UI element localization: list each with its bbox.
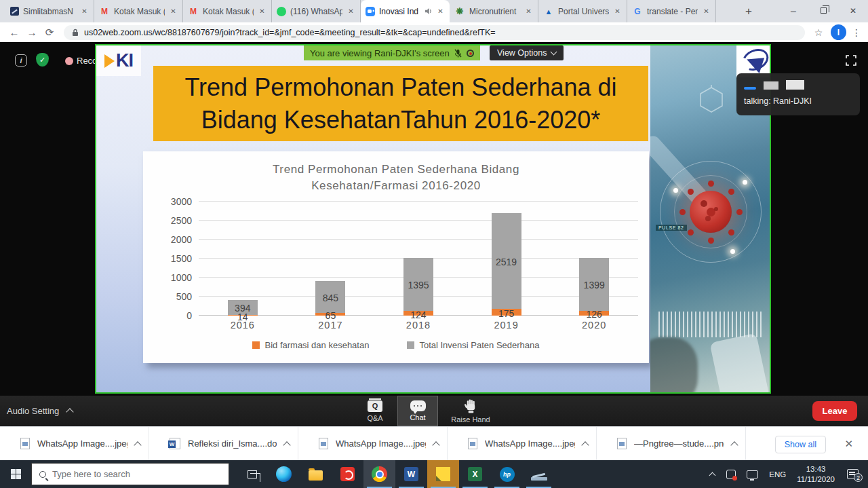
- download-menu-chevron-icon[interactable]: [730, 441, 738, 449]
- sticky-notes-icon: [436, 467, 450, 481]
- download-item[interactable]: WhatsApp Image....jpeg: [0, 427, 149, 460]
- back-icon[interactable]: ←: [5, 26, 23, 38]
- image-file-icon: [319, 438, 328, 449]
- x-axis-label: 2017: [287, 320, 375, 331]
- tab-close-icon[interactable]: ✕: [80, 7, 89, 16]
- browser-tab[interactable]: Inovasi Ind✕: [361, 0, 450, 22]
- language-indicator[interactable]: ENG: [764, 470, 791, 478]
- taskbar-app-excel[interactable]: X: [459, 460, 491, 488]
- display-icon[interactable]: [747, 470, 758, 478]
- chart-x-axis-labels: 20162017201820192020: [199, 320, 638, 331]
- sync-alert-icon[interactable]: [726, 470, 736, 479]
- word-file-icon: [170, 438, 180, 449]
- tab-audio-icon[interactable]: [425, 7, 432, 15]
- download-menu-chevron-icon[interactable]: [581, 441, 589, 449]
- browser-tab[interactable]: (116) WhatsAp✕: [272, 0, 361, 22]
- fullscreen-icon[interactable]: [846, 55, 856, 66]
- download-item[interactable]: —Pngtree—stude....png: [597, 427, 746, 460]
- tab-title: Kotak Masuk (: [114, 7, 165, 16]
- info-icon[interactable]: i: [15, 54, 27, 67]
- chat-button[interactable]: Chat: [397, 396, 438, 426]
- file-explorer-icon: [309, 470, 323, 481]
- browser-menu-icon[interactable]: ⋮: [850, 27, 863, 38]
- restore-button[interactable]: [808, 0, 838, 21]
- micronutrient-favicon: ❋: [454, 6, 465, 17]
- show-all-button[interactable]: Show all: [775, 436, 826, 453]
- layout-option[interactable]: [764, 81, 778, 90]
- chevron-up-icon: [66, 408, 74, 415]
- download-file-name: WhatsApp Image....jpeg: [37, 438, 127, 449]
- download-menu-chevron-icon[interactable]: [134, 441, 141, 449]
- new-tab-button[interactable]: +: [741, 3, 757, 20]
- raise-hand-button[interactable]: Raise Hand: [441, 396, 500, 426]
- forward-icon[interactable]: →: [23, 26, 41, 38]
- close-window-button[interactable]: ✕: [838, 0, 868, 21]
- zoom-meeting-area: i ✓ Recording... KI Trend Permohonan Pat…: [0, 42, 868, 396]
- clock-date: 11/11/2020: [797, 474, 835, 485]
- download-menu-chevron-icon[interactable]: [432, 441, 439, 449]
- dark-shape: [650, 337, 698, 392]
- screen: SimlitabmasN✕MKotak Masuk (✕MKotak Masuk…: [0, 0, 868, 488]
- download-item[interactable]: Refleksi diri_Isma....docx: [149, 427, 298, 460]
- reload-icon[interactable]: ⟳: [41, 26, 58, 39]
- minimize-button[interactable]: –: [778, 0, 808, 21]
- x-axis-label: 2019: [462, 320, 551, 331]
- audio-setting-button[interactable]: Audio Setting: [7, 406, 73, 416]
- tab-close-icon[interactable]: ✕: [524, 7, 533, 16]
- browser-tab[interactable]: MKotak Masuk (✕: [183, 0, 272, 22]
- y-axis-tick: 500: [157, 291, 192, 302]
- tab-close-icon[interactable]: ✕: [613, 7, 622, 16]
- barcode-graphic: [658, 312, 763, 337]
- taskbar-app-scanner[interactable]: [523, 460, 555, 488]
- bookmark-star-icon[interactable]: ☆: [810, 27, 827, 38]
- tab-title: Inovasi Ind: [379, 7, 420, 16]
- layout-option-active[interactable]: [744, 87, 756, 90]
- search-icon: [39, 471, 46, 478]
- browser-tab[interactable]: MKotak Masuk (✕: [94, 0, 183, 22]
- layout-option[interactable]: [786, 80, 804, 90]
- download-item[interactable]: WhatsApp Image....jpeg: [298, 427, 448, 460]
- browser-tab[interactable]: ▲Portal Universi✕: [538, 0, 627, 22]
- action-center-icon[interactable]: 2: [847, 469, 859, 479]
- viewing-banner-text: You are viewing Rani-DJKI's screen: [310, 48, 450, 58]
- leave-button[interactable]: Leave: [812, 401, 857, 421]
- taskbar-app-hp[interactable]: hp: [491, 460, 523, 488]
- tab-close-icon[interactable]: ✕: [169, 7, 178, 16]
- y-axis-tick: 2000: [157, 234, 192, 245]
- window-controls: – ✕: [778, 0, 868, 21]
- downloads-close-icon[interactable]: ✕: [844, 438, 853, 450]
- taskbar-app-task-view[interactable]: [236, 460, 268, 488]
- tray-expand-icon[interactable]: [703, 470, 721, 478]
- windows-taskbar: Type here to search WXhp ENG 13:43 11/11…: [0, 460, 868, 488]
- security-shield-icon[interactable]: ✓: [36, 53, 49, 67]
- start-button[interactable]: [0, 460, 31, 488]
- download-item[interactable]: WhatsApp Image....jpeg: [448, 427, 597, 460]
- view-options-button[interactable]: View Options: [490, 45, 564, 60]
- browser-tab[interactable]: ❋Micronutrient✕: [450, 0, 538, 22]
- browser-tab[interactable]: SimlitabmasN✕: [5, 0, 94, 22]
- whatsapp-favicon: [277, 7, 286, 16]
- tab-close-icon[interactable]: ✕: [258, 7, 267, 16]
- djki-logo: KI: [96, 45, 141, 76]
- qa-button[interactable]: Q Q&A: [355, 396, 395, 426]
- task-view-icon: [248, 470, 257, 478]
- download-menu-chevron-icon[interactable]: [283, 441, 290, 449]
- taskbar-app-pdf-reader[interactable]: [332, 460, 363, 488]
- address-bar[interactable]: us02web.zoom.us/wc/88187607679/join?trac…: [64, 25, 805, 40]
- tab-close-icon[interactable]: ✕: [436, 7, 445, 16]
- chart-panel: Trend Permohonan Paten Sederhana Bidang …: [143, 151, 649, 363]
- taskbar-clock[interactable]: 13:43 11/11/2020: [791, 464, 840, 485]
- taskbar-app-word[interactable]: W: [395, 460, 427, 488]
- tab-close-icon[interactable]: ✕: [702, 7, 711, 16]
- search-placeholder: Type here to search: [52, 469, 130, 479]
- taskbar-app-file-explorer[interactable]: [300, 460, 332, 488]
- taskbar-app-sticky-notes[interactable]: [427, 460, 459, 488]
- taskbar-app-edge[interactable]: [268, 460, 300, 488]
- browser-tab[interactable]: Gtranslate - Pen✕: [627, 0, 716, 22]
- tab-close-icon[interactable]: ✕: [347, 7, 355, 16]
- profile-avatar[interactable]: I: [831, 24, 846, 40]
- speaker-thumbnail-panel[interactable]: talking: Rani-DJKI: [736, 73, 860, 115]
- taskbar-search-box[interactable]: Type here to search: [31, 463, 229, 485]
- zoom-toolbar: Audio Setting Q Q&A Chat Raise Hand Leav…: [0, 396, 868, 426]
- taskbar-app-chrome[interactable]: [363, 460, 395, 488]
